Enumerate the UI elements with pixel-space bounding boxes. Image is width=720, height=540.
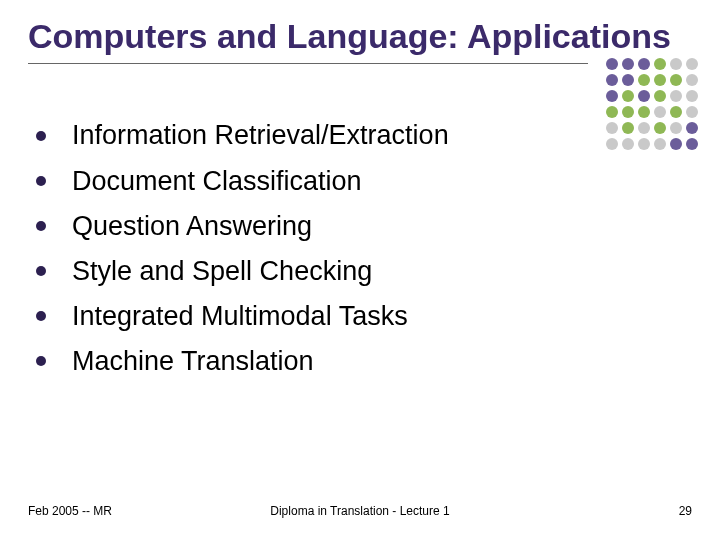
dot-icon	[654, 90, 666, 102]
dot-icon	[686, 138, 698, 150]
bullet-text: Style and Spell Checking	[72, 254, 372, 289]
dot-icon	[622, 90, 634, 102]
dot-icon	[622, 58, 634, 70]
dot-icon	[654, 122, 666, 134]
dot-icon	[606, 122, 618, 134]
dot-icon	[638, 138, 650, 150]
bullet-icon	[36, 356, 46, 366]
slide-title: Computers and Language: Applications	[28, 16, 692, 57]
dot-icon	[606, 138, 618, 150]
dot-icon	[686, 106, 698, 118]
dot-icon	[654, 138, 666, 150]
list-item: Style and Spell Checking	[36, 254, 720, 289]
footer-right: 29	[679, 504, 692, 518]
dot-icon	[670, 74, 682, 86]
list-item: Integrated Multimodal Tasks	[36, 299, 720, 334]
footer-left: Feb 2005 -- MR	[28, 504, 112, 518]
dot-icon	[606, 58, 618, 70]
bullet-icon	[36, 221, 46, 231]
dot-icon	[670, 122, 682, 134]
dot-icon	[654, 74, 666, 86]
bullet-text: Machine Translation	[72, 344, 314, 379]
dot-icon	[638, 58, 650, 70]
dot-icon	[606, 90, 618, 102]
list-item: Question Answering	[36, 209, 720, 244]
dot-icon	[638, 90, 650, 102]
bullet-text: Question Answering	[72, 209, 312, 244]
dot-icon	[654, 58, 666, 70]
dot-icon	[654, 106, 666, 118]
dot-icon	[670, 106, 682, 118]
dot-icon	[638, 106, 650, 118]
dot-icon	[670, 58, 682, 70]
dot-icon	[622, 138, 634, 150]
bullet-icon	[36, 131, 46, 141]
footer-center: Diploma in Translation - Lecture 1	[270, 504, 449, 518]
list-item: Document Classification	[36, 164, 720, 199]
dot-icon	[622, 106, 634, 118]
decorative-dots	[606, 58, 698, 150]
dot-icon	[686, 58, 698, 70]
dot-icon	[622, 122, 634, 134]
bullet-icon	[36, 266, 46, 276]
bullet-icon	[36, 176, 46, 186]
dot-icon	[606, 106, 618, 118]
dot-icon	[686, 90, 698, 102]
bullet-text: Integrated Multimodal Tasks	[72, 299, 408, 334]
dot-icon	[606, 74, 618, 86]
bullet-icon	[36, 311, 46, 321]
title-underline	[28, 63, 588, 64]
dot-icon	[638, 122, 650, 134]
dot-icon	[622, 74, 634, 86]
dot-icon	[638, 74, 650, 86]
dot-icon	[686, 122, 698, 134]
bullet-text: Information Retrieval/Extraction	[72, 118, 449, 153]
dot-icon	[686, 74, 698, 86]
dot-icon	[670, 90, 682, 102]
bullet-text: Document Classification	[72, 164, 362, 199]
list-item: Machine Translation	[36, 344, 720, 379]
footer: Feb 2005 -- MR Diploma in Translation - …	[0, 504, 720, 518]
dot-icon	[670, 138, 682, 150]
